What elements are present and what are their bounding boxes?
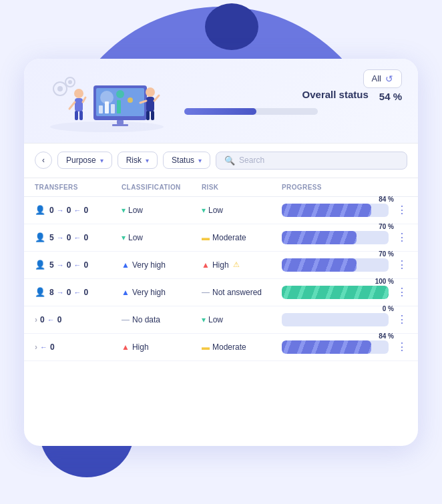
arrow-right-icon: → — [57, 206, 64, 214]
classif-icon-dash: — — [122, 315, 130, 324]
table-row: 👤 5 → 0 ← 0 ▾ Low ▬ Moderate 70 % ⋮ — [24, 224, 418, 252]
status-chevron: ▾ — [198, 157, 202, 164]
progress-track — [282, 204, 389, 217]
overall-progress-fill — [184, 108, 256, 115]
all-dropdown[interactable]: All ↺ — [363, 69, 402, 88]
table-row: › 0 ← 0 — No data ▾ Low 0 % ⋮ — [24, 306, 418, 334]
col-header-risk: RISK — [202, 184, 282, 191]
risk-cell-6: ▬ Moderate — [202, 342, 282, 352]
row-menu-icon[interactable]: ⋮ — [397, 258, 407, 271]
arrow-right-icon: → — [57, 288, 64, 296]
risk-icon-moderate: ▬ — [202, 342, 210, 352]
left-arrow-icon: ‹ — [42, 156, 45, 165]
classif-icon-veryhigh: ▲ — [122, 288, 130, 297]
progress-track — [282, 340, 389, 354]
table-row: 👤 5 → 0 ← 0 ▲ Very high ▲ High ⚠ 70 % — [24, 252, 418, 279]
row-menu-icon[interactable]: ⋮ — [397, 204, 407, 216]
person-icon: 👤 — [35, 205, 45, 215]
progress-cell-6: 84 % ⋮ — [282, 340, 407, 354]
table-row: 👤 8 → 0 ← 0 ▲ Very high — Not answered 1… — [24, 279, 418, 306]
risk-cell-5: ▾ Low — [202, 315, 282, 324]
status-dropdown[interactable]: Status ▾ — [163, 152, 210, 169]
search-box[interactable]: 🔍 Search — [216, 152, 407, 170]
progress-track — [282, 313, 389, 326]
row-menu-icon[interactable]: ⋮ — [397, 231, 407, 244]
transfers-cell-4: 👤 8 → 0 ← 0 — [35, 287, 122, 297]
purpose-label: Purpose — [66, 156, 96, 165]
arrow-left-icon: ← — [73, 234, 81, 242]
svg-rect-8 — [111, 104, 115, 113]
transfers-cell-6: › ← 0 — [35, 342, 122, 352]
overall-progress-bar — [184, 108, 318, 115]
overall-percent: 54 % — [379, 91, 402, 102]
risk-icon-low: ▾ — [202, 206, 206, 215]
illustration-svg — [40, 72, 174, 132]
table-header-row: TRANSFERS CLASSIFICATION RISK PROGRESS — [24, 178, 418, 197]
arrow-left-icon: ← — [73, 288, 81, 296]
svg-rect-17 — [79, 111, 83, 120]
purpose-dropdown[interactable]: Purpose ▾ — [57, 152, 112, 169]
arrow-right-icon: → — [57, 234, 64, 242]
purpose-chevron: ▾ — [100, 157, 103, 164]
col-header-transfers: TRANSFERS — [35, 184, 122, 191]
warning-icon: ⚠ — [233, 260, 240, 269]
overall-label: Overall status — [302, 89, 369, 100]
person-icon: 👤 — [35, 232, 45, 242]
progress-cell-4: 100 % ⋮ — [282, 286, 407, 299]
classif-cell-6: ▲ High — [122, 342, 202, 352]
risk-icon-low: ▾ — [202, 315, 206, 324]
svg-line-14 — [69, 102, 75, 109]
row-menu-icon[interactable]: ⋮ — [397, 286, 407, 298]
risk-chevron: ▾ — [146, 157, 149, 164]
left-arrow-button[interactable]: ‹ — [35, 152, 52, 169]
arrow-left-icon: ← — [73, 206, 81, 214]
search-placeholder: Search — [239, 156, 264, 165]
background-blob-center — [205, 3, 258, 50]
row-menu-icon[interactable]: ⋮ — [397, 340, 407, 353]
progress-cell-2: 70 % ⋮ — [282, 231, 407, 244]
arrow-left-icon: ← — [73, 261, 81, 269]
classif-icon-low: ▾ — [122, 206, 126, 215]
svg-rect-9 — [117, 100, 121, 113]
risk-cell-3: ▲ High ⚠ — [202, 260, 282, 270]
overall-status-section: Overall status 54 % — [174, 89, 402, 115]
classif-icon-low: ▾ — [122, 233, 126, 242]
svg-point-12 — [74, 89, 83, 98]
status-label: Status — [172, 156, 194, 165]
transfers-cell-3: 👤 5 → 0 ← 0 — [35, 260, 122, 270]
svg-point-19 — [57, 86, 63, 91]
arrow-left-icon: ← — [40, 343, 47, 351]
svg-point-22 — [146, 87, 155, 97]
progress-cell-3: 70 % ⋮ — [282, 258, 407, 272]
illustration-area — [40, 72, 174, 132]
progress-cell-1: 84 % ⋮ — [282, 204, 407, 217]
classif-cell-5: — No data — [122, 315, 202, 324]
data-table: TRANSFERS CLASSIFICATION RISK PROGRESS 👤… — [24, 178, 418, 366]
filter-bar: ‹ Purpose ▾ Risk ▾ Status ▾ 🔍 Search — [24, 144, 418, 178]
row-menu-icon[interactable]: ⋮ — [397, 313, 407, 326]
col-header-progress: PROGRESS — [282, 184, 407, 191]
risk-icon-moderate: ▬ — [202, 233, 210, 242]
svg-rect-6 — [99, 105, 103, 113]
svg-rect-16 — [75, 111, 78, 120]
person-icon: 👤 — [35, 260, 45, 270]
svg-rect-11 — [112, 124, 128, 126]
classif-icon-veryhigh: ▲ — [122, 260, 130, 270]
progress-cell-5: 0 % ⋮ — [282, 313, 407, 326]
svg-rect-23 — [146, 97, 154, 111]
person-icon: 👤 — [35, 287, 45, 297]
risk-label: Risk — [126, 156, 142, 165]
classif-cell-3: ▲ Very high — [122, 260, 202, 270]
table-row: › ← 0 ▲ High ▬ Moderate 84 % ⋮ — [24, 334, 418, 361]
all-dropdown-label: All — [372, 73, 381, 83]
transfers-cell-5: › 0 ← 0 — [35, 315, 122, 324]
table-row: 👤 0 → 0 ← 0 ▾ Low ▾ Low 84 % ⋮ — [24, 197, 418, 224]
svg-rect-7 — [105, 101, 109, 113]
svg-point-21 — [68, 80, 72, 84]
main-card: All ↺ — [24, 59, 418, 446]
risk-icon-high: ▲ — [202, 260, 210, 270]
risk-dropdown[interactable]: Risk ▾ — [118, 152, 158, 169]
svg-rect-13 — [75, 98, 83, 111]
card-top-section: Overall status 54 % — [24, 59, 418, 144]
classif-cell-4: ▲ Very high — [122, 288, 202, 297]
